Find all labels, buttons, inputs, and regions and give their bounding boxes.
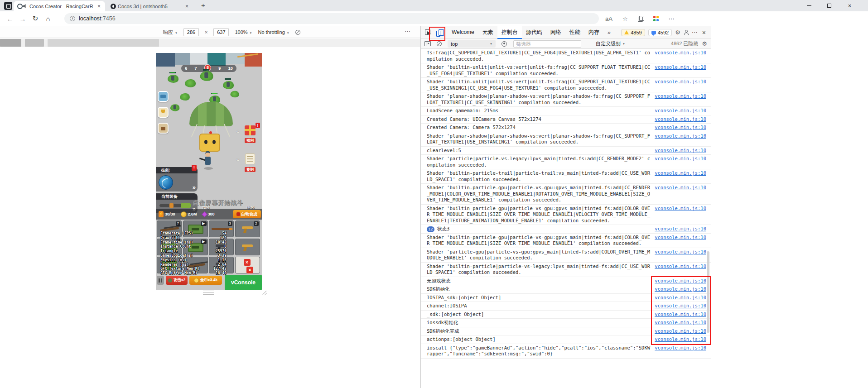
workspace-icon[interactable] [4,2,12,10]
device-height-input[interactable]: 637 [213,28,229,36]
browser-tab-2[interactable]: Cocos 3d | ontshooth5 × [107,1,193,11]
expand-chevrons-icon[interactable]: » [193,184,195,191]
console-source-link[interactable]: vconsole.min.js:10 [655,303,706,309]
tab-close-icon[interactable]: × [96,3,101,10]
devtools-tab-性能[interactable]: 性能 [565,26,584,39]
console-source-link[interactable]: vconsole.min.js:10 [655,278,706,284]
signin-button[interactable]: « 签到 [241,153,259,172]
devtools-tab-元素[interactable]: 元素 [478,26,497,39]
console-scrollbar[interactable] [706,50,710,387]
console-source-link[interactable]: vconsole.min.js:10 [655,156,706,162]
back-icon[interactable]: ← [4,15,16,23]
coin-bonus-button[interactable]: 金币x3.4k [189,276,222,285]
refresh-icon[interactable]: ↻ [29,14,42,23]
media-query-chip[interactable] [25,39,44,47]
console-source-link[interactable]: vconsole.min.js:10 [655,206,706,212]
clear-console-icon[interactable] [437,41,442,46]
audio-playing-icon[interactable] [23,4,28,9]
devtools-tab-内存[interactable]: 内存 [584,26,603,39]
welfare-button[interactable]: « ! 福利 [241,125,259,144]
console-settings-icon[interactable]: ⚙ [702,40,707,47]
browser-more-icon[interactable]: ⋯ [669,15,675,22]
console-source-link[interactable]: vconsole.min.js:10 [655,93,706,100]
forward-icon[interactable]: → [16,15,29,23]
devtools-more-icon[interactable]: ⋯ [692,29,698,36]
game-canvas[interactable]: 678910 [156,53,262,290]
console-source-link[interactable]: vconsole.min.js:10 [655,320,706,326]
gift-box-button[interactable] [158,123,169,134]
tab-close-icon[interactable]: × [184,3,189,10]
devtools-close-icon[interactable]: × [701,29,707,36]
console-source-link[interactable]: vconsole.min.js:10 [655,64,706,71]
console-source-link[interactable]: vconsole.min.js:10 [655,263,706,270]
device-toolbar-toggle-icon[interactable] [436,29,443,36]
live-expression-icon[interactable] [502,41,507,47]
devtools-tab-»[interactable]: » [603,26,615,39]
console-source-link[interactable]: vconsole.min.js:10 [655,116,706,123]
minimize-button[interactable] [799,0,819,11]
device-mode-select[interactable]: 响应▼ [163,29,178,36]
close-button[interactable]: × [839,0,860,11]
weapon-card[interactable] [235,239,260,255]
console-source-link[interactable]: vconsole.min.js:10 [655,311,706,318]
log-levels-select[interactable]: 自定义级别 ▼ [596,40,625,47]
close-sticker-icon[interactable]: × [246,267,253,273]
trophy-button[interactable] [158,107,169,118]
warning-count-badge[interactable]: 4859 [621,29,645,36]
vconsole-button[interactable]: vConsole [225,275,262,290]
skill-icon[interactable] [159,175,173,190]
console-source-link[interactable]: vconsole.min.js:10 [655,170,706,177]
console-source-link[interactable]: vconsole.min.js:10 [655,148,706,154]
console-sidebar-icon[interactable] [424,41,431,46]
console-source-link[interactable]: vconsole.min.js:10 [655,185,706,191]
console-source-link[interactable]: vconsole.min.js:10 [655,286,706,292]
browser-tab-1[interactable]: Cocos Creator - RacingCarR × [14,1,105,11]
throttling-select[interactable]: No throttling▼ [258,29,289,35]
message-count-badge[interactable]: 4592 [648,29,672,36]
skill-panel[interactable]: 技能 ! » [156,167,198,192]
console-source-link[interactable]: vconsole.min.js:10 [655,345,706,351]
zoom-select[interactable]: 100%▼ [235,29,252,35]
settings-gear-icon[interactable]: ⚙ [675,29,680,36]
media-query-chip[interactable] [48,39,159,47]
device-toolbar-more-icon[interactable]: ⋯ [405,28,410,35]
attack-x2-button[interactable]: 攻击x2 [166,276,188,285]
devtools-tab-控制台[interactable]: 控制台 [497,26,522,39]
console-source-link[interactable]: vconsole.min.js:10 [655,108,706,114]
console-source-link[interactable]: vconsole.min.js:10 [655,235,706,241]
console-source-link[interactable]: vconsole.min.js:10 [655,336,706,343]
devtools-tab-源代码[interactable]: 源代码 [522,26,546,39]
execution-context-select[interactable]: top ▼ [448,40,496,48]
devtools-tab-Welcome[interactable]: Welcome [448,26,478,39]
console-source-link[interactable]: vconsole.min.js:10 [655,50,706,56]
device-width-input[interactable]: 286 [183,28,199,36]
console-source-link[interactable]: vconsole.min.js:10 [655,226,706,232]
inspect-element-icon[interactable] [425,29,431,35]
console-source-link[interactable]: vconsole.min.js:10 [655,79,706,85]
devtools-tab-网络[interactable]: 网络 [546,26,565,39]
pause-button[interactable] [157,276,164,285]
console-filter-input[interactable]: 筛选器 [513,40,581,48]
translate-icon[interactable]: aA [605,15,612,22]
console-source-link[interactable]: vconsole.min.js:10 [655,328,706,335]
resize-handle[interactable] [203,291,214,295]
maximize-button[interactable] [819,0,839,11]
weapon-card[interactable]: 2 [235,220,260,237]
console-source-link[interactable]: vconsole.min.js:10 [655,125,706,131]
media-query-chip[interactable] [0,39,21,47]
console-source-link[interactable]: vconsole.min.js:10 [655,249,706,255]
site-info-icon[interactable]: i [70,16,75,21]
auto-merge-button[interactable]: 自动合成 [233,210,261,218]
console-source-link[interactable]: vconsole.min.js:10 [655,295,706,301]
new-tab-button[interactable]: + [198,1,208,9]
resize-corner[interactable] [262,290,267,295]
home-icon[interactable]: ⌂ [42,15,54,23]
rotate-disabled-icon[interactable] [295,30,300,35]
profile-icon[interactable] [684,30,689,35]
extensions-icon[interactable] [653,16,659,21]
address-bar[interactable]: i localhost :7456 [64,13,599,24]
map-button[interactable] [158,91,169,102]
collections-icon[interactable] [638,16,643,21]
favorites-star-icon[interactable]: ☆ [622,15,628,22]
console-source-link[interactable]: vconsole.min.js:10 [655,133,706,139]
